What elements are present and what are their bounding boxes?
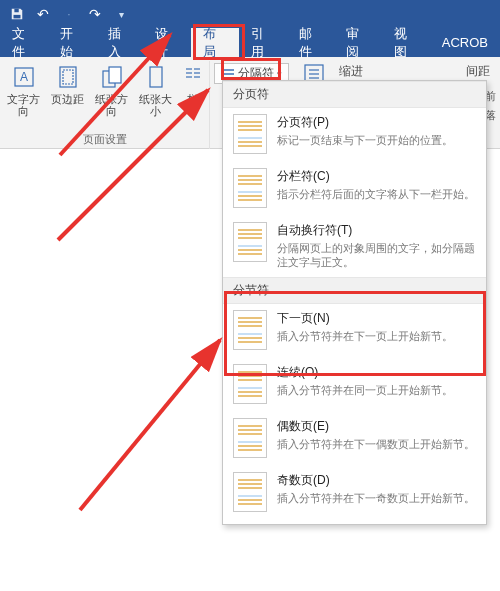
chevron-down-icon: ▾ [277, 69, 282, 79]
svg-rect-1 [14, 15, 21, 19]
tab-design[interactable]: 设计 [143, 28, 191, 57]
page-break-icon [233, 114, 267, 154]
svg-line-21 [80, 340, 220, 510]
menu-item-continuous[interactable]: 连续(O) 插入分节符并在同一页上开始新节。 [223, 358, 486, 412]
menu-item-desc: 插入分节符并在同一页上开始新节。 [277, 383, 476, 397]
save-icon[interactable] [6, 3, 28, 25]
undo-icon[interactable] [32, 3, 54, 25]
odd-page-icon [233, 472, 267, 512]
text-wrap-icon [233, 222, 267, 262]
ribbon-tabs: 文件 开始 插入 设计 布局 引用 邮件 审阅 视图 ACROB [0, 28, 500, 57]
menu-item-desc: 插入分节符并在下一奇数页上开始新节。 [277, 491, 476, 505]
breaks-icon [221, 68, 235, 80]
columns-button[interactable]: 栏 [179, 61, 207, 117]
menu-item-odd-page[interactable]: 奇数页(D) 插入分节符并在下一奇数页上开始新节。 [223, 466, 486, 520]
tab-file[interactable]: 文件 [0, 28, 48, 57]
menu-item-desc: 分隔网页上的对象周围的文字，如分隔题注文字与正文。 [277, 241, 476, 269]
margins-label: 页边距 [51, 93, 84, 105]
qat-customize-icon[interactable]: ▾ [110, 3, 132, 25]
qat-sep: · [58, 3, 80, 25]
menu-item-column-break[interactable]: 分栏符(C) 指示分栏符后面的文字将从下一栏开始。 [223, 162, 486, 216]
svg-text:A: A [19, 70, 27, 84]
menu-item-title: 偶数页(E) [277, 418, 476, 435]
menu-item-page-break[interactable]: 分页符(P) 标记一页结束与下一页开始的位置。 [223, 108, 486, 162]
svg-rect-7 [109, 67, 121, 83]
tab-mailings[interactable]: 邮件 [287, 28, 335, 57]
size-icon [142, 63, 170, 91]
tab-references[interactable]: 引用 [239, 28, 287, 57]
text-direction-button[interactable]: A 文字方向 [3, 61, 45, 117]
text-direction-label: 文字方向 [3, 93, 45, 117]
tab-view[interactable]: 视图 [382, 28, 430, 57]
menu-item-title: 奇数页(D) [277, 472, 476, 489]
indent-label: 缩进 [339, 63, 363, 80]
menu-item-desc: 指示分栏符后面的文字将从下一栏开始。 [277, 187, 476, 201]
next-page-icon [233, 310, 267, 350]
tab-home[interactable]: 开始 [48, 28, 96, 57]
menu-item-desc: 插入分节符并在下一偶数页上开始新节。 [277, 437, 476, 451]
svg-rect-5 [63, 70, 73, 84]
breaks-section-section: 分节符 [223, 277, 486, 304]
menu-item-text-wrapping[interactable]: 自动换行符(T) 分隔网页上的对象周围的文字，如分隔题注文字与正文。 [223, 216, 486, 277]
orientation-icon [98, 63, 126, 91]
margins-button[interactable]: 页边距 [47, 61, 89, 117]
column-break-icon [233, 168, 267, 208]
size-label: 纸张大小 [135, 93, 177, 117]
menu-item-next-page[interactable]: 下一页(N) 插入分节符并在下一页上开始新节。 [223, 304, 486, 358]
spacing-label: 间距 [466, 63, 496, 80]
group-page-setup-label: 页面设置 [83, 132, 127, 149]
orientation-label: 纸张方向 [91, 93, 133, 117]
svg-rect-8 [150, 67, 162, 87]
menu-item-title: 连续(O) [277, 364, 476, 381]
menu-item-title: 分页符(P) [277, 114, 476, 131]
breaks-section-page: 分页符 [223, 81, 486, 108]
tab-review[interactable]: 审阅 [334, 28, 382, 57]
continuous-icon [233, 364, 267, 404]
size-button[interactable]: 纸张大小 [135, 61, 177, 117]
text-direction-icon: A [10, 63, 38, 91]
tab-insert[interactable]: 插入 [96, 28, 144, 57]
orientation-button[interactable]: 纸张方向 [91, 61, 133, 117]
svg-rect-0 [14, 9, 18, 13]
margins-icon [54, 63, 82, 91]
tab-layout[interactable]: 布局 [191, 28, 239, 57]
menu-item-even-page[interactable]: 偶数页(E) 插入分节符并在下一偶数页上开始新节。 [223, 412, 486, 466]
breaks-dropdown: 分页符 分页符(P) 标记一页结束与下一页开始的位置。 分栏符(C) 指示分栏符… [222, 80, 487, 525]
menu-item-desc: 插入分节符并在下一页上开始新节。 [277, 329, 476, 343]
group-page-setup: A 文字方向 页边距 纸张方向 纸张大小 [0, 61, 210, 149]
columns-icon [179, 63, 207, 91]
menu-item-title: 下一页(N) [277, 310, 476, 327]
menu-item-desc: 标记一页结束与下一页开始的位置。 [277, 133, 476, 147]
columns-label: 栏 [187, 93, 198, 105]
tab-acrobat[interactable]: ACROB [430, 28, 500, 57]
menu-item-title: 分栏符(C) [277, 168, 476, 185]
menu-item-title: 自动换行符(T) [277, 222, 476, 239]
even-page-icon [233, 418, 267, 458]
redo-icon[interactable] [84, 3, 106, 25]
